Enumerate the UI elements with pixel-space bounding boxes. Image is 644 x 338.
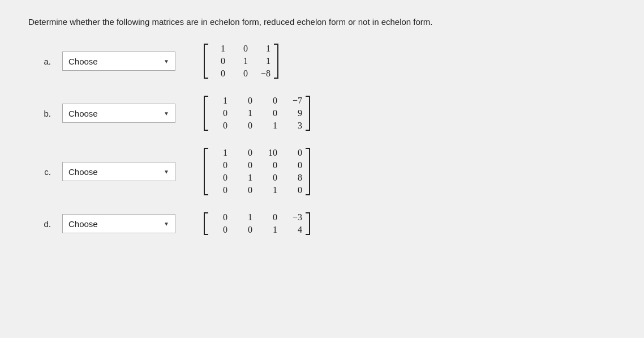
matrix-cell: −8 <box>259 69 271 79</box>
bracket-right-b <box>306 96 310 131</box>
choose-text-d: Choose <box>68 219 159 229</box>
matrix-cell: 0 <box>241 225 252 235</box>
matrix-outer-b: 100−701090013 <box>204 96 310 131</box>
matrix-cell: 0 <box>216 212 227 223</box>
matrix-a: 10101100−8 <box>204 44 278 79</box>
matrix-cell: 1 <box>214 44 225 54</box>
matrix-cell: 0 <box>241 160 252 170</box>
matrix-outer-d: 010−30014 <box>204 212 310 235</box>
problem-row-c: c.Choose▼10100000001080010 <box>40 148 616 195</box>
bracket-left-c <box>204 148 208 195</box>
matrix-outer-c: 10100000001080010 <box>204 148 310 195</box>
matrix-grid-c: 10100000001080010 <box>212 148 302 195</box>
matrix-cell: 0 <box>216 160 227 170</box>
problem-row-b: b.Choose▼100−701090013 <box>40 96 616 131</box>
matrix-cell: 1 <box>241 173 252 183</box>
matrix-c: 10100000001080010 <box>204 148 310 195</box>
problem-label-b: b. <box>40 109 51 118</box>
matrix-cell: 1 <box>241 212 252 223</box>
matrix-cell: 8 <box>291 173 302 183</box>
choose-dropdown-a[interactable]: Choose▼ <box>62 52 175 71</box>
choose-dropdown-c[interactable]: Choose▼ <box>62 162 175 181</box>
matrix-cell: 1 <box>237 56 248 66</box>
matrix-cell: 10 <box>266 148 277 158</box>
matrix-cell: 0 <box>266 160 277 170</box>
matrix-cell: 9 <box>291 108 302 118</box>
matrix-grid-a: 10101100−8 <box>212 44 271 79</box>
bracket-right-c <box>306 148 310 195</box>
matrix-cell: 4 <box>291 225 302 235</box>
problem-label-c: c. <box>40 167 51 177</box>
matrix-cell: 0 <box>214 69 225 79</box>
choose-dropdown-d[interactable]: Choose▼ <box>62 214 175 233</box>
matrix-cell: 0 <box>237 69 248 79</box>
matrix-cell: 0 <box>214 56 225 66</box>
bracket-left-b <box>204 96 208 131</box>
choose-text-c: Choose <box>68 167 159 177</box>
matrix-cell: 1 <box>266 185 277 195</box>
matrix-cell: −3 <box>291 212 302 223</box>
matrix-cell: 0 <box>216 225 227 235</box>
matrix-cell: 0 <box>216 185 227 195</box>
matrix-grid-b: 100−701090013 <box>212 96 302 131</box>
matrix-grid-d: 010−30014 <box>212 212 302 235</box>
matrix-cell: 0 <box>266 173 277 183</box>
dropdown-arrow-d: ▼ <box>164 221 169 227</box>
matrix-cell: 1 <box>266 225 277 235</box>
matrix-cell: 1 <box>259 56 271 66</box>
bracket-left-d <box>204 212 208 235</box>
choose-text-b: Choose <box>68 109 159 118</box>
problems-container: a.Choose▼10101100−8b.Choose▼100−70109001… <box>40 44 616 235</box>
matrix-outer-a: 10101100−8 <box>204 44 278 79</box>
bracket-right-a <box>274 44 278 79</box>
choose-dropdown-b[interactable]: Choose▼ <box>62 104 175 123</box>
matrix-cell: 0 <box>241 148 252 158</box>
problem-row-d: d.Choose▼010−30014 <box>40 212 616 235</box>
page-title: Determine whether the following matrices… <box>28 17 616 27</box>
dropdown-arrow-b: ▼ <box>164 110 169 117</box>
bracket-right-d <box>306 212 310 235</box>
matrix-cell: 0 <box>291 148 302 158</box>
dropdown-arrow-c: ▼ <box>164 169 169 175</box>
matrix-cell: 0 <box>237 44 248 54</box>
matrix-cell: 3 <box>291 121 302 131</box>
problem-label-a: a. <box>40 57 51 66</box>
matrix-cell: 0 <box>241 96 252 106</box>
matrix-cell: 0 <box>266 108 277 118</box>
matrix-cell: −7 <box>291 96 302 106</box>
matrix-cell: 0 <box>216 173 227 183</box>
matrix-cell: 1 <box>216 148 227 158</box>
matrix-d: 010−30014 <box>204 212 310 235</box>
dropdown-arrow-a: ▼ <box>164 58 169 65</box>
matrix-cell: 0 <box>266 96 277 106</box>
matrix-cell: 1 <box>259 44 271 54</box>
matrix-cell: 0 <box>291 160 302 170</box>
problem-row-a: a.Choose▼10101100−8 <box>40 44 616 79</box>
matrix-cell: 0 <box>241 185 252 195</box>
matrix-cell: 0 <box>216 108 227 118</box>
bracket-left-a <box>204 44 208 79</box>
matrix-cell: 0 <box>291 185 302 195</box>
matrix-cell: 1 <box>241 108 252 118</box>
matrix-cell: 0 <box>241 121 252 131</box>
choose-text-a: Choose <box>68 57 159 66</box>
problem-label-d: d. <box>40 219 51 229</box>
matrix-cell: 0 <box>266 212 277 223</box>
matrix-cell: 1 <box>216 96 227 106</box>
matrix-b: 100−701090013 <box>204 96 310 131</box>
matrix-cell: 1 <box>266 121 277 131</box>
matrix-cell: 0 <box>216 121 227 131</box>
